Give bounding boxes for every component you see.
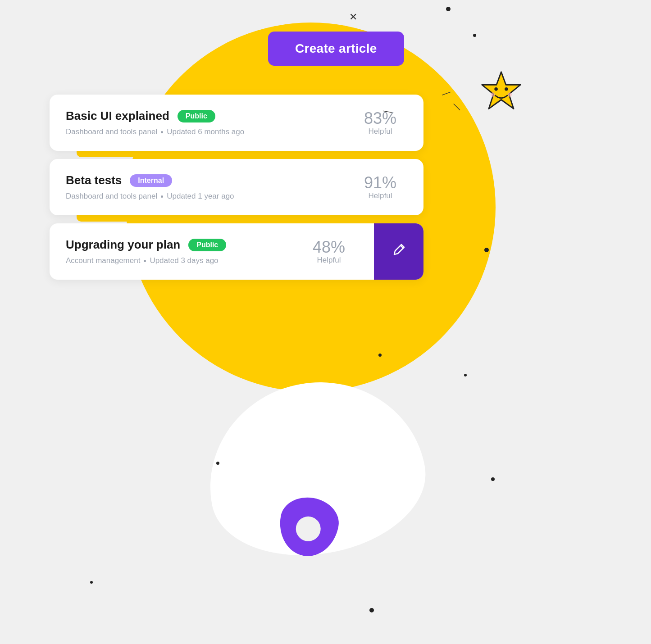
article-stats: 48% Helpful (302, 238, 356, 265)
article-badge: Internal (130, 174, 172, 187)
article-updated: Updated 3 days ago (150, 256, 218, 265)
article-card[interactable]: Upgrading your plan Public Account manag… (50, 223, 423, 280)
card-title-row: Beta tests Internal (66, 173, 353, 187)
card-content: Beta tests Internal Dashboard and tools … (66, 173, 353, 201)
article-updated: Updated 1 year ago (167, 192, 234, 201)
svg-point-4 (508, 92, 512, 97)
helpful-label: Helpful (302, 256, 356, 265)
svg-marker-0 (482, 72, 521, 109)
dash-decoration: — (382, 105, 393, 117)
dot-decoration (464, 374, 467, 376)
article-title: Basic UI explained (66, 109, 169, 123)
dot-decoration (473, 34, 476, 37)
meta-separator (161, 131, 163, 133)
helpful-label: Helpful (353, 191, 407, 200)
helpful-percent: 48% (302, 238, 356, 256)
dot-decoration (90, 581, 93, 584)
meta-separator (161, 195, 163, 198)
article-category: Dashboard and tools panel (66, 127, 157, 136)
article-stats: 91% Helpful (353, 174, 407, 201)
dot-decoration (378, 354, 382, 357)
yellow-strip (77, 149, 396, 157)
dot-decoration (216, 462, 219, 465)
article-badge: Public (188, 239, 226, 251)
x-mark-decoration: ✕ (349, 11, 357, 23)
create-article-button[interactable]: Create article (268, 32, 404, 66)
edit-button[interactable] (374, 223, 423, 280)
article-meta: Account management Updated 3 days ago (66, 256, 302, 265)
svg-point-3 (491, 92, 495, 97)
article-meta: Dashboard and tools panel Updated 1 year… (66, 192, 353, 201)
helpful-label: Helpful (353, 127, 407, 136)
dot-decoration (491, 477, 495, 481)
card-content: Basic UI explained Public Dashboard and … (66, 109, 353, 136)
article-category: Account management (66, 256, 140, 265)
article-category: Dashboard and tools panel (66, 192, 157, 201)
pencil-icon (391, 242, 407, 262)
article-meta: Dashboard and tools panel Updated 6 mont… (66, 127, 353, 136)
dot-decoration (369, 608, 374, 612)
card-title-row: Upgrading your plan Public (66, 238, 302, 252)
star-decoration (480, 70, 523, 118)
dot-decoration (484, 248, 489, 252)
article-card[interactable]: Beta tests Internal Dashboard and tools … (50, 159, 423, 215)
articles-list: Basic UI explained Public Dashboard and … (50, 95, 423, 280)
meta-separator (144, 260, 146, 262)
article-stats: 83% Helpful (353, 109, 407, 136)
svg-point-1 (494, 87, 498, 91)
card-content: Upgrading your plan Public Account manag… (66, 238, 302, 265)
article-card[interactable]: Basic UI explained Public Dashboard and … (50, 95, 423, 151)
article-title: Beta tests (66, 173, 122, 187)
svg-point-2 (505, 87, 508, 91)
helpful-percent: 83% (353, 109, 407, 127)
article-title: Upgrading your plan (66, 238, 180, 252)
helpful-percent: 91% (353, 174, 407, 192)
dot-decoration (446, 7, 451, 11)
article-updated: Updated 6 months ago (167, 127, 244, 136)
card-title-row: Basic UI explained Public (66, 109, 353, 123)
article-badge: Public (178, 110, 215, 122)
yellow-strip (77, 213, 396, 222)
